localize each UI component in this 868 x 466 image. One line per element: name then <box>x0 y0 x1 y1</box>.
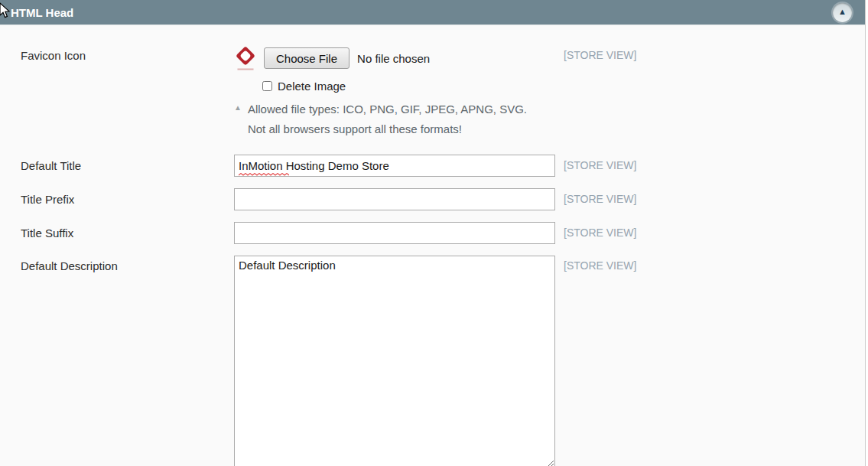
default-title-row: Default Title [STORE VIEW] <box>0 155 865 177</box>
file-status-text: No file chosen <box>357 52 430 65</box>
title-prefix-label: Title Prefix <box>0 188 234 210</box>
default-description-row: Default Description Default Description … <box>0 256 865 466</box>
delete-image-checkbox[interactable] <box>262 81 272 91</box>
default-description-label: Default Description <box>0 256 234 272</box>
collapse-arrow-icon: ▲ <box>838 8 847 16</box>
title-suffix-label: Title Suffix <box>0 222 234 244</box>
note-marker-icon: ▲ <box>234 99 242 116</box>
favicon-icon-row: Favicon Icon Choose File No file chosen <box>0 44 865 139</box>
delete-image-label: Delete Image <box>278 80 346 93</box>
allowed-file-types-note: Allowed file types: ICO, PNG, GIF, JPEG,… <box>248 99 532 139</box>
favicon-field-group: Choose File No file chosen Delete Image … <box>234 44 555 139</box>
html-head-settings-screen: HTML Head ▲ Favicon Icon Choose File <box>0 0 868 466</box>
favicon-icon-label: Favicon Icon <box>0 44 234 62</box>
choose-file-button[interactable]: Choose File <box>264 47 349 69</box>
default-description-scope-label: [STORE VIEW] <box>564 256 636 272</box>
form-content: Favicon Icon Choose File No file chosen <box>0 25 865 466</box>
default-title-label: Default Title <box>0 155 234 177</box>
default-title-scope-label: [STORE VIEW] <box>564 155 636 177</box>
delete-image-option[interactable]: Delete Image <box>262 80 555 93</box>
favicon-preview-image <box>234 44 257 72</box>
title-suffix-scope-label: [STORE VIEW] <box>564 222 636 244</box>
mouse-cursor-icon <box>0 2 10 19</box>
favicon-scope-label: [STORE VIEW] <box>564 44 636 61</box>
collapse-section-button[interactable]: ▲ <box>833 3 852 22</box>
section-header-html-head: HTML Head ▲ <box>0 0 865 25</box>
settings-panel: HTML Head ▲ Favicon Icon Choose File <box>0 0 866 466</box>
title-prefix-row: Title Prefix [STORE VIEW] <box>0 188 865 210</box>
title-suffix-row: Title Suffix [STORE VIEW] <box>0 222 865 244</box>
default-description-textarea[interactable]: Default Description <box>234 256 555 466</box>
file-upload-line: Choose File No file chosen <box>234 44 555 72</box>
title-prefix-input[interactable] <box>234 188 555 210</box>
title-prefix-scope-label: [STORE VIEW] <box>564 188 636 210</box>
section-title: HTML Head <box>0 6 73 19</box>
default-title-input[interactable] <box>234 155 555 177</box>
favicon-note: ▲ Allowed file types: ICO, PNG, GIF, JPE… <box>234 99 555 139</box>
title-suffix-input[interactable] <box>234 222 555 244</box>
